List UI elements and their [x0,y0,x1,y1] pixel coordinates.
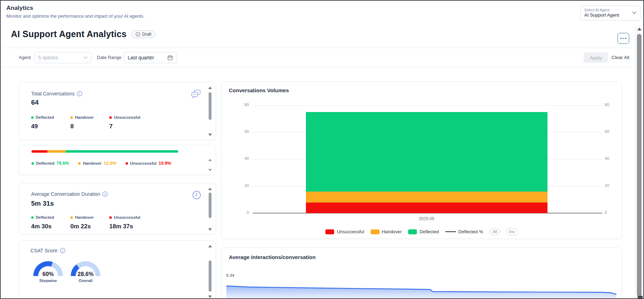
handover-dot [70,216,73,219]
scrollbar-thumb[interactable] [637,34,642,297]
stepwise-gauge: 60% Stepwise [30,261,66,283]
status-badge: Draft [132,30,155,38]
legend-toggle-all[interactable]: All [489,228,500,235]
stepwise-gauge-value: 60% [33,271,63,276]
handover-pct: 12.5% [104,161,116,166]
overall-gauge: 28.6% Overall [67,261,104,283]
bar-segment-handover [306,192,547,203]
unsuccessful-label: Unsuccessful [130,161,157,165]
scroll-down-arrow[interactable] [208,295,212,298]
y2-axis-tick: 80 [605,102,616,107]
y-axis-tick: 60 [238,129,249,134]
conversation-percentages-card: Deflected 76.6% Handover 12.5% Unsuccess… [19,145,216,175]
total-conversations-card: Total Conversations 64 Deflected 49 Hand… [19,82,216,140]
scrollbar-thumb[interactable] [209,260,211,292]
legend-toggle-inv[interactable]: Inv [506,228,518,235]
page-header-title: Analytics [6,5,33,12]
interactions-area-chart [226,282,616,299]
y2-axis-tick: 40 [605,156,616,160]
card-scrollbar[interactable] [208,159,212,171]
scroll-up-arrow[interactable] [208,87,212,89]
y2-axis-tick: 0 [605,210,616,215]
handover-dot [78,162,81,165]
card-scrollbar[interactable] [208,188,212,231]
handover-label: Handover [83,161,101,165]
page-header-subtitle: Monitor and optimize the performance and… [6,13,145,19]
stacked-bar [306,105,547,213]
legend-label: Deflected [419,229,439,234]
scroll-up-arrow[interactable] [208,245,212,247]
scroll-up-arrow[interactable] [637,28,642,30]
analytics-window: Analytics Monitor and optimize the perfo… [0,0,644,299]
unsuccessful-label: Unsuccessful [114,115,140,119]
apply-button[interactable]: Apply [584,52,608,63]
more-options-button[interactable] [617,33,629,44]
divider [1,67,632,67]
percentage-stacked-bar [31,150,178,153]
scroll-down-arrow[interactable] [208,228,212,231]
legend-label: Deflected % [458,229,483,234]
unsuccessful-dot [109,216,112,219]
handover-label: Handover [75,115,94,119]
y-axis-tick: 80 [238,102,249,107]
chat-bubbles-icon [191,89,201,99]
info-icon[interactable] [77,91,82,96]
divider [1,48,632,48]
info-icon[interactable] [60,248,65,253]
scroll-down-arrow[interactable] [208,169,212,171]
card-scrollbar[interactable] [208,87,212,136]
calendar-icon [167,55,173,60]
deflected-label: Deflected [36,215,54,219]
unsuccessful-duration: 18m 37s [109,223,140,230]
handover-value: 8 [70,123,94,130]
chevron-down-icon [632,11,637,14]
deflected-duration: 4m 30s [31,223,54,230]
agent-filter-select[interactable]: 5 options [34,52,92,63]
deflected-dot [31,216,34,219]
legend-item-deflected[interactable]: Deflected [408,229,439,234]
scroll-down-arrow[interactable] [208,134,212,136]
y-axis-tick: 40 [238,156,249,160]
unsuccessful-pct: 10.9% [159,161,171,166]
stepwise-gauge-label: Stepwise [30,279,66,283]
scroll-up-arrow[interactable] [208,188,212,190]
overall-gauge-value: 28.6% [71,271,100,276]
legend-item-deflected-pct[interactable]: Deflected % [445,229,483,234]
avg-duration-title: Average Conversation Duration [31,191,100,197]
avg-interactions-card: Average Interactions/conversation 6.34 [221,247,622,299]
handover-dot [70,116,73,119]
select-ai-agent-dropdown[interactable]: Select AI Agent AI Support Agent [580,6,640,20]
y-axis-tick: 0 [238,210,249,215]
card-scrollbar[interactable] [208,245,212,298]
bar-segment-deflected [66,150,178,153]
scrollbar-thumb[interactable] [209,193,211,218]
legend-item-unsuccessful[interactable]: Unsuccessful [325,229,364,234]
agent-filter-placeholder: 5 options [38,55,58,60]
y-axis-tick: 6.34 [226,273,234,277]
dashboard-title: AI Support Agent Analytics [11,29,127,39]
unsuccessful-dot [109,116,112,119]
bar-segment-unsuccessful [31,150,47,153]
date-range-field[interactable]: Last quarter [124,52,177,63]
bar-segment-handover [47,150,66,153]
scroll-up-arrow[interactable] [208,159,212,161]
legend-line-swatch [445,231,456,232]
deflected-value: 49 [31,123,54,130]
scrollbar-thumb[interactable] [209,92,211,120]
legend-label: Handover [382,229,402,234]
y-axis-tick: 20 [238,183,249,188]
clear-all-button[interactable]: Clear All [611,55,629,60]
unsuccessful-label: Unsuccessful [114,215,140,219]
window-scrollbar[interactable] [635,25,643,298]
deflected-dot [31,162,34,165]
info-icon[interactable] [102,191,108,197]
y2-axis-tick: 60 [605,129,616,134]
csat-title: CSAT Score [30,248,58,253]
total-conversations-value: 64 [31,99,39,106]
legend-item-handover[interactable]: Handover [371,229,402,234]
legend-swatch [325,229,334,234]
y2-axis-tick: 20 [605,183,616,188]
date-range-label: Date Range [97,55,121,60]
avg-duration-value: 5m 31s [31,200,54,207]
unsuccessful-dot [126,162,128,165]
